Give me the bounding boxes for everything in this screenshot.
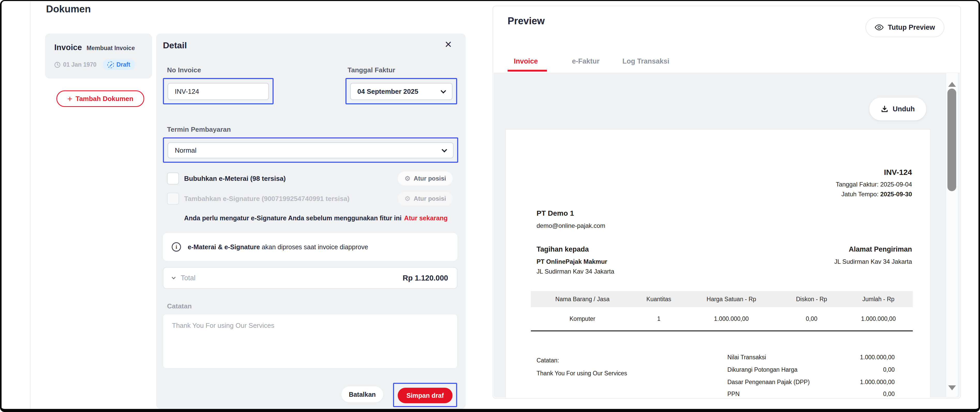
invoice-doc-header: INV-124 Tanggal Faktur: 2025-09-04 Jatuh… xyxy=(836,168,912,200)
col-harga-satuan: Harga Satuan - Rp xyxy=(684,291,779,307)
emeterai-checkbox[interactable] xyxy=(167,173,179,184)
no-invoice-label: No Invoice xyxy=(167,66,201,74)
download-button[interactable]: Unduh xyxy=(869,98,926,120)
cell-harga: 1.000.000,00 xyxy=(684,307,779,331)
summary-label: Nilai Transaksi xyxy=(727,354,766,361)
draft-pencil-icon xyxy=(107,62,114,68)
active-tab-underline xyxy=(508,70,547,71)
clock-icon xyxy=(54,62,60,68)
document-date: 01 Jan 1970 xyxy=(63,61,97,68)
save-annotation-box: Simpan draf xyxy=(393,383,457,407)
termin-annotation-box: Normal xyxy=(163,138,458,163)
seller-name: PT Demo 1 xyxy=(536,209,605,217)
termin-select[interactable]: Normal xyxy=(167,142,453,158)
summary-value: 1.000.000,00 xyxy=(860,379,895,386)
add-document-button[interactable]: + Tambah Dokumen xyxy=(56,90,144,107)
table-row: Komputer 1 1.000.000,00 0,00 1.000.000,0… xyxy=(531,307,913,331)
preview-content: Unduh INV-124 Tanggal Faktur: 2025-09-04… xyxy=(494,73,960,398)
emeterai-atur-posisi-label: Atur posisi xyxy=(414,175,446,182)
esignature-atur-posisi-button[interactable]: ⚙ Atur posisi xyxy=(398,192,453,206)
shipping-block: Alamat Pengiriman JL Sudirman Kav 34 Jak… xyxy=(834,246,912,265)
esignature-note: Anda perlu mengatur e-Signature Anda seb… xyxy=(184,214,448,222)
tutup-preview-label: Tutup Preview xyxy=(888,24,935,32)
col-jumlah: Jumlah - Rp xyxy=(844,291,913,307)
app-window: Dokumen Invoice Membuat Invoice 01 Jan 1… xyxy=(0,0,980,412)
tab-efaktur[interactable]: e-Faktur xyxy=(572,57,600,65)
shipping-address: JL Sudirman Kav 34 Jakarta xyxy=(834,258,912,265)
eye-icon xyxy=(875,24,883,31)
tanggal-faktur-label: Tanggal Faktur xyxy=(347,66,395,74)
cell-diskon: 0,00 xyxy=(779,307,844,331)
esignature-note-text: Anda perlu mengatur e-Signature Anda seb… xyxy=(184,214,402,222)
col-kuantitas: Kuantitas xyxy=(634,291,684,307)
cell-nama: Komputer xyxy=(531,307,634,331)
document-card[interactable]: Invoice Membuat Invoice 01 Jan 1970 Draf… xyxy=(45,33,152,79)
info-banner-bold: e-Materai & e-Signature xyxy=(188,243,260,250)
gear-icon: ⚙ xyxy=(404,175,410,182)
billto-label: Tagihan kepada xyxy=(536,246,614,254)
preview-title: Preview xyxy=(508,16,545,27)
info-banner: i e-Materai & e-Signature akan diproses … xyxy=(163,233,457,261)
doc-note-label: Catatan: xyxy=(536,354,627,367)
table-header-row: Nama Barang / Jasa Kuantitas Harga Satua… xyxy=(531,291,913,307)
doc-invoice-date-label: Tanggal Faktur: xyxy=(836,181,878,188)
detail-title: Detail xyxy=(163,40,187,51)
close-icon[interactable]: × xyxy=(445,38,452,50)
tab-log-transaksi[interactable]: Log Transaksi xyxy=(622,57,670,65)
cell-kuantitas: 1 xyxy=(634,307,684,331)
tanggal-faktur-value: 04 September 2025 xyxy=(357,87,418,95)
total-value: Rp 1.120.000 xyxy=(402,274,448,282)
catatan-textarea[interactable]: Thank You For using Our Services xyxy=(163,314,457,368)
doc-invoice-number: INV-124 xyxy=(836,168,912,177)
doc-due-date: Jatuh Tempo: 2025-09-30 xyxy=(836,191,912,198)
no-invoice-input[interactable] xyxy=(167,83,269,100)
summary-value: 1.000.000,00 xyxy=(860,354,895,361)
atur-sekarang-link[interactable]: Atur sekarang xyxy=(404,214,448,222)
esignature-label: Tambahkan e-Signature (9007199254740991 … xyxy=(184,193,350,204)
info-banner-text: e-Materai & e-Signature akan diproses sa… xyxy=(188,243,368,251)
download-label: Unduh xyxy=(892,105,915,113)
seller-email: demo@online-pajak.com xyxy=(536,222,605,230)
esignature-checkbox[interactable] xyxy=(167,193,179,204)
status-badge-label: Draft xyxy=(116,61,130,68)
scroll-up-arrow[interactable] xyxy=(948,82,956,87)
scroll-down-arrow[interactable] xyxy=(948,385,956,390)
doc-due-date-value: 2025-09-30 xyxy=(880,191,912,198)
invoice-document: INV-124 Tanggal Faktur: 2025-09-04 Jatuh… xyxy=(506,129,931,398)
tutup-preview-button[interactable]: Tutup Preview xyxy=(865,17,944,37)
shipping-label: Alamat Pengiriman xyxy=(834,246,912,254)
emeterai-atur-posisi-button[interactable]: ⚙ Atur posisi xyxy=(398,171,453,185)
col-nama-barang: Nama Barang / Jasa xyxy=(531,291,634,307)
document-card-header: Invoice Membuat Invoice xyxy=(54,43,135,52)
doc-note-block: Catatan: Thank You For using Our Service… xyxy=(536,354,627,380)
doc-due-date-label: Jatuh Tempo: xyxy=(842,191,879,198)
col-diskon: Diskon - Rp xyxy=(779,291,844,307)
tab-invoice[interactable]: Invoice xyxy=(514,57,538,65)
termin-label: Termin Pembayaran xyxy=(167,125,231,133)
cancel-button[interactable]: Batalkan xyxy=(341,387,383,402)
preview-panel: Preview Tutup Preview Invoice e-Faktur L… xyxy=(493,6,961,399)
billto-block: Tagihan kepada PT OnlinePajak Makmur JL … xyxy=(536,246,614,275)
billto-name: PT OnlinePajak Makmur xyxy=(536,258,614,265)
download-icon xyxy=(881,105,888,113)
total-accordion[interactable]: Total Rp 1.120.000 xyxy=(163,267,457,289)
status-badge: Draft xyxy=(103,59,135,70)
no-invoice-annotation-box xyxy=(163,78,274,105)
catatan-label: Catatan xyxy=(167,302,192,310)
chevron-down-icon xyxy=(441,88,446,93)
info-icon: i xyxy=(172,242,181,252)
line-items-table: Nama Barang / Jasa Kuantitas Harga Satua… xyxy=(531,291,913,331)
left-divider xyxy=(30,2,30,408)
save-draft-button[interactable]: Simpan draf xyxy=(398,388,452,403)
esignature-atur-posisi-label: Atur posisi xyxy=(414,195,446,202)
scrollbar-thumb[interactable] xyxy=(947,89,956,191)
tanggal-faktur-select[interactable]: 04 September 2025 xyxy=(350,83,452,100)
gear-icon: ⚙ xyxy=(404,195,410,202)
document-subtitle: Membuat Invoice xyxy=(87,45,135,52)
emeterai-label: Bubuhkan e-Meterai (98 tersisa) xyxy=(184,173,286,184)
doc-invoice-date-value: 2025-09-04 xyxy=(880,181,912,188)
summary-row: Dikurangi Potongan Harga 0,00 xyxy=(727,366,895,373)
add-document-label: Tambah Dokumen xyxy=(75,95,133,103)
summary-value: 0,00 xyxy=(883,391,895,398)
preview-scrollbar[interactable] xyxy=(946,73,958,397)
